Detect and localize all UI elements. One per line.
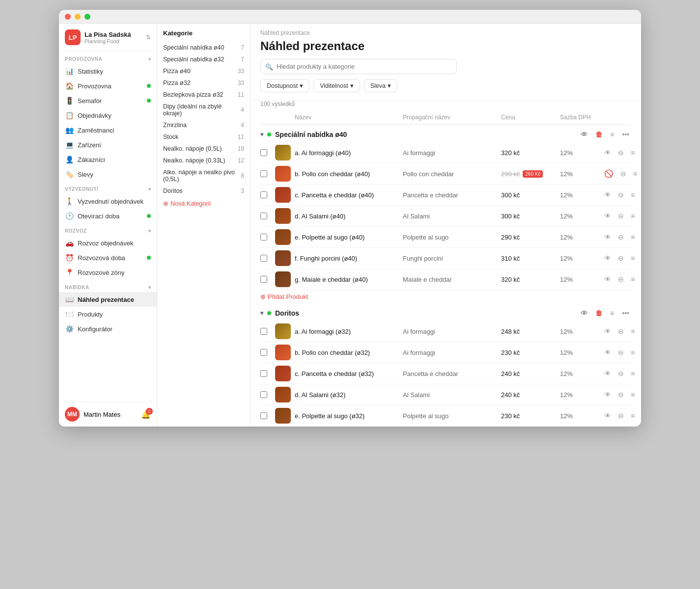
sidebar-item-statistiky[interactable]: 📊 Statistiky: [59, 64, 157, 79]
more-icon[interactable]: •••: [640, 326, 641, 336]
eye-icon[interactable]: 👁: [602, 326, 613, 336]
new-category-button[interactable]: ⊕ Nová Kategorii: [157, 197, 250, 210]
drag-icon[interactable]: ≡: [629, 232, 637, 242]
more-icon[interactable]: •••: [620, 308, 631, 318]
row-checkbox[interactable]: [260, 255, 267, 262]
brand-arrows[interactable]: ⇅: [146, 34, 151, 41]
trash-icon[interactable]: 🗑: [593, 130, 604, 139]
filter-sleva[interactable]: Sleva ▾: [364, 79, 397, 92]
cat-item[interactable]: Nealko. nápoje (0,5L) 19: [157, 143, 250, 155]
minus-circle-icon[interactable]: ⊖: [616, 274, 626, 284]
cat-item[interactable]: Pizza ø32 33: [157, 77, 250, 89]
more-icon[interactable]: •••: [640, 190, 641, 200]
eye-hidden-icon[interactable]: 🚫: [602, 168, 616, 179]
cat-item[interactable]: Alko. nápoje a nealko pivo (0,5L) 8: [157, 166, 250, 185]
drag-icon[interactable]: ≡: [629, 411, 637, 421]
eye-icon[interactable]: 👁: [602, 411, 613, 421]
drag-icon[interactable]: ≡: [608, 308, 616, 318]
row-checkbox[interactable]: [260, 349, 267, 356]
section-collapse-icon[interactable]: ▾: [260, 310, 263, 317]
cat-item[interactable]: Stock 11: [157, 131, 250, 143]
row-checkbox[interactable]: [260, 213, 267, 219]
sidebar-item-zakaznici[interactable]: 👤 Zákazníci: [59, 152, 157, 167]
cat-item[interactable]: Zmrzlina 4: [157, 119, 250, 131]
minus-circle-icon[interactable]: ⊖: [616, 390, 626, 400]
row-checkbox[interactable]: [260, 191, 267, 198]
drag-icon[interactable]: ≡: [629, 253, 637, 263]
row-checkbox[interactable]: [260, 234, 267, 241]
sidebar-item-zarizeni[interactable]: 💻 Zařízení: [59, 137, 157, 152]
sidebar-item-nahled-prezentace[interactable]: 📖 Náhled prezentace: [59, 292, 157, 307]
row-checkbox[interactable]: [260, 170, 267, 177]
sidebar-item-provozovna[interactable]: 🏠 Provozovna: [59, 79, 157, 93]
cat-item[interactable]: Nealko. nápoje (0,33L) 12: [157, 155, 250, 166]
minus-circle-icon[interactable]: ⊖: [616, 348, 626, 357]
add-product-button[interactable]: ⊕ Přidat Produkt: [260, 290, 631, 303]
more-icon[interactable]: •••: [640, 411, 641, 421]
more-icon[interactable]: •••: [640, 390, 641, 400]
sidebar-item-rozvozova-doba[interactable]: ⏰ Rozvozová doba: [59, 250, 157, 265]
eye-icon[interactable]: 👁: [602, 390, 613, 400]
drag-icon[interactable]: ≡: [629, 148, 637, 158]
sidebar-brand[interactable]: LP La Pisa Sadská Planning Food ⇅: [59, 24, 157, 52]
drag-icon[interactable]: ≡: [629, 326, 637, 336]
minus-circle-icon[interactable]: ⊖: [618, 169, 628, 179]
sidebar-item-objednavky[interactable]: 📋 Objednávky: [59, 108, 157, 123]
minus-circle-icon[interactable]: ⊖: [616, 148, 626, 158]
eye-icon[interactable]: 👁: [602, 253, 613, 263]
sidebar-item-slevy[interactable]: 🏷️ Slevy: [59, 167, 157, 182]
close-btn[interactable]: [65, 14, 71, 20]
cat-item[interactable]: Pizza ø40 33: [157, 65, 250, 77]
eye-icon[interactable]: 👁: [602, 148, 613, 158]
sidebar-item-zamestnanci[interactable]: 👥 Zaměstnanci: [59, 123, 157, 137]
eye-icon[interactable]: 👁: [579, 308, 589, 318]
more-icon[interactable]: •••: [640, 253, 641, 263]
more-icon[interactable]: •••: [640, 369, 641, 378]
sidebar-item-rozvozove-zony[interactable]: 📍 Rozvozové zóny: [59, 265, 157, 280]
more-icon[interactable]: •••: [640, 148, 641, 158]
cat-item[interactable]: Bezlepková pizza ø32 11: [157, 89, 250, 101]
sidebar-item-vyzvednutí-objednavek[interactable]: 🚶 Vyzvednutí objednávek: [59, 194, 157, 209]
row-checkbox[interactable]: [260, 412, 267, 419]
minus-circle-icon[interactable]: ⊖: [616, 211, 626, 221]
maximize-btn[interactable]: [84, 14, 90, 20]
cat-item[interactable]: Speciální nabídka ø32 7: [157, 54, 250, 65]
drag-icon[interactable]: ≡: [629, 390, 637, 400]
drag-icon[interactable]: ≡: [629, 190, 637, 200]
drag-icon[interactable]: ≡: [629, 211, 637, 221]
more-icon[interactable]: •••: [640, 274, 641, 284]
notification-bell[interactable]: 🔔 2: [141, 410, 151, 419]
section-collapse-icon[interactable]: ▾: [260, 131, 263, 138]
eye-icon[interactable]: 👁: [602, 211, 613, 221]
eye-icon[interactable]: 👁: [602, 369, 613, 378]
more-icon[interactable]: •••: [640, 232, 641, 242]
cat-item[interactable]: Dipy (ideální na zbylé okraje) 4: [157, 101, 250, 119]
sidebar-item-oteviraci-doba[interactable]: 🕐 Otevírací doba: [59, 209, 157, 223]
search-input[interactable]: [260, 59, 457, 74]
sidebar-item-semafor[interactable]: 🚦 Semafor: [59, 93, 157, 108]
minus-circle-icon[interactable]: ⊖: [616, 326, 626, 336]
drag-icon[interactable]: ≡: [629, 274, 637, 284]
drag-icon[interactable]: ≡: [631, 169, 639, 179]
sidebar-item-rozvoz-objednavek[interactable]: 🚗 Rozvoz objednávek: [59, 236, 157, 250]
row-checkbox[interactable]: [260, 276, 267, 283]
minus-circle-icon[interactable]: ⊖: [616, 369, 626, 378]
row-checkbox[interactable]: [260, 328, 267, 335]
row-checkbox[interactable]: [260, 391, 267, 398]
drag-icon[interactable]: ≡: [608, 130, 616, 139]
drag-icon[interactable]: ≡: [629, 369, 637, 378]
sidebar-item-produkty[interactable]: 🍽️ Produkty: [59, 307, 157, 321]
more-icon[interactable]: •••: [640, 348, 641, 357]
minus-circle-icon[interactable]: ⊖: [616, 411, 626, 421]
cat-item[interactable]: Speciální nabídka ø40 7: [157, 42, 250, 54]
eye-icon[interactable]: 👁: [602, 232, 613, 242]
sidebar-item-konfigurator[interactable]: ⚙️ Konfigurátor: [59, 321, 157, 336]
row-checkbox[interactable]: [260, 370, 267, 377]
minus-circle-icon[interactable]: ⊖: [616, 232, 626, 242]
eye-icon[interactable]: 👁: [579, 130, 589, 139]
more-icon[interactable]: •••: [640, 211, 641, 221]
filter-dostupnost[interactable]: Dostupnost ▾: [260, 79, 309, 92]
trash-icon[interactable]: 🗑: [593, 308, 604, 318]
cat-item[interactable]: Doritos 3: [157, 185, 250, 197]
eye-icon[interactable]: 👁: [602, 190, 613, 200]
